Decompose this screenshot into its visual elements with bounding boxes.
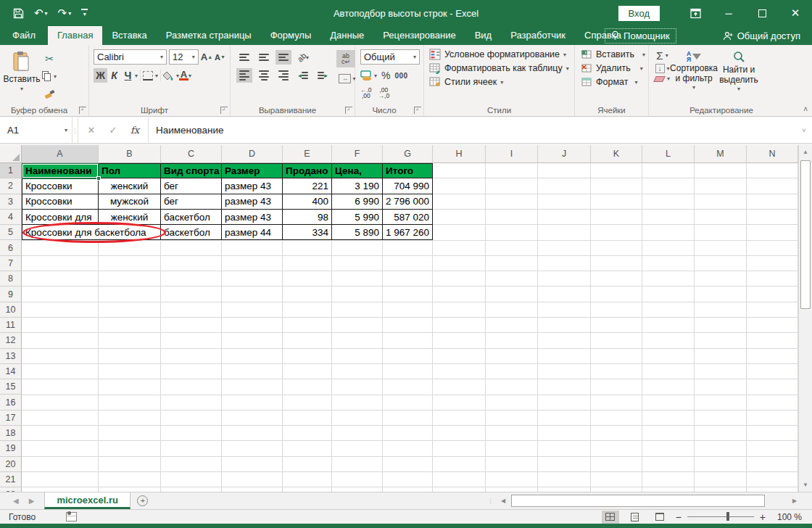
- formula-bar-expand-icon[interactable]: ˅: [796, 117, 812, 143]
- cell-C3[interactable]: бег: [160, 194, 222, 210]
- cell-D5[interactable]: размер 44: [221, 224, 283, 240]
- cell-D1[interactable]: Размер: [221, 163, 283, 178]
- clear-button[interactable]: ▾: [655, 75, 670, 82]
- autosum-button[interactable]: Σ▾: [655, 49, 670, 62]
- ribbon-display-options-icon[interactable]: [679, 0, 712, 26]
- row-header-11[interactable]: 11: [0, 318, 22, 333]
- increase-indent-button[interactable]: ▸: [315, 68, 331, 83]
- vertical-scrollbar[interactable]: ▲ ▼: [798, 145, 812, 492]
- insert-cells-button[interactable]: Вставить▾: [581, 49, 647, 60]
- tab-page-layout[interactable]: Разметка страницы: [157, 26, 261, 45]
- bold-button[interactable]: Ж: [94, 68, 107, 83]
- column-header-J[interactable]: J: [538, 145, 591, 163]
- fill-color-button[interactable]: ▾: [163, 70, 179, 81]
- undo-caret-icon[interactable]: ▾: [45, 10, 48, 17]
- cell-styles-button[interactable]: Стили ячеек▾: [429, 76, 573, 88]
- font-size-combo[interactable]: 12▾: [169, 49, 199, 65]
- tab-home[interactable]: Главная: [48, 26, 102, 45]
- accounting-format-button[interactable]: ▾: [360, 70, 377, 81]
- percent-style-button[interactable]: %: [381, 70, 390, 81]
- cell-B3[interactable]: мужской: [98, 194, 161, 210]
- redo-caret-icon[interactable]: ▾: [68, 10, 71, 17]
- conditional-formatting-button[interactable]: Условное форматирование▾: [429, 49, 573, 60]
- share-button[interactable]: Общий доступ: [723, 30, 800, 41]
- cell-B1[interactable]: Пол: [98, 163, 161, 178]
- column-header-A[interactable]: A: [22, 145, 99, 163]
- zoom-out-button[interactable]: −: [676, 512, 682, 522]
- increase-decimal-button[interactable]: ←.0,00: [360, 87, 372, 99]
- row-header-1[interactable]: 1: [0, 163, 22, 178]
- tab-developer[interactable]: Разработчик: [501, 26, 575, 45]
- cell-A5[interactable]: Кроссовки для баскетбола: [22, 224, 161, 240]
- align-left-button[interactable]: [236, 68, 252, 83]
- comma-style-button[interactable]: 000: [394, 72, 407, 80]
- row-header-10[interactable]: 10: [0, 302, 22, 318]
- cell-E4[interactable]: 98: [282, 209, 332, 225]
- cell-A4[interactable]: Кроссовки для: [22, 209, 99, 225]
- horizontal-scrollbar[interactable]: ◀ ▶: [497, 492, 801, 509]
- formula-input[interactable]: Наименование: [149, 117, 796, 143]
- row-header-13[interactable]: 13: [0, 349, 22, 364]
- font-name-combo[interactable]: Calibri▾: [94, 49, 167, 65]
- redo-button[interactable]: ↷▾: [58, 7, 72, 20]
- row-header-20[interactable]: 20: [0, 457, 22, 472]
- increase-font-size-button[interactable]: A▲: [201, 51, 212, 62]
- wrap-text-button[interactable]: abc↵: [336, 50, 355, 67]
- cell-C1[interactable]: Вид спорта: [160, 163, 222, 178]
- cell-C2[interactable]: бег: [160, 178, 222, 194]
- cell-G4[interactable]: 587 020: [382, 209, 433, 225]
- format-cells-button[interactable]: Формат▾: [581, 76, 647, 88]
- sheet-tab-microexcel[interactable]: microexcel.ru: [44, 492, 130, 509]
- format-as-table-button[interactable]: Форматировать как таблицу▾: [429, 62, 573, 74]
- cancel-icon[interactable]: ✕: [81, 120, 102, 141]
- delete-cells-button[interactable]: Удалить▾: [581, 62, 647, 74]
- new-sheet-button[interactable]: +: [130, 492, 155, 509]
- column-header-L[interactable]: L: [642, 145, 695, 163]
- grid-body[interactable]: НаименованиПолВид спортаРазмерПроданоЦен…: [22, 163, 798, 492]
- borders-button[interactable]: ▾: [143, 71, 158, 81]
- tab-view[interactable]: Вид: [465, 26, 502, 45]
- row-header-15[interactable]: 15: [0, 379, 22, 395]
- cell-E2[interactable]: 221: [282, 178, 332, 194]
- number-format-combo[interactable]: Общий▾: [360, 49, 420, 65]
- cell-A3[interactable]: Кроссовки: [22, 194, 99, 210]
- enter-icon[interactable]: ✓: [103, 120, 123, 141]
- cell-F5[interactable]: 5 890: [331, 224, 383, 240]
- column-header-F[interactable]: F: [332, 145, 383, 163]
- fill-button[interactable]: ↓▾: [655, 64, 670, 73]
- clipboard-dialog-launcher[interactable]: [79, 107, 86, 114]
- column-header-K[interactable]: K: [591, 145, 642, 163]
- zoom-slider[interactable]: [687, 516, 754, 517]
- normal-view-button[interactable]: [602, 511, 619, 524]
- row-header-17[interactable]: 17: [0, 411, 22, 426]
- cell-D4[interactable]: размер 43: [221, 209, 283, 225]
- cell-D2[interactable]: размер 43: [221, 178, 283, 194]
- cell-E3[interactable]: 400: [282, 194, 332, 210]
- copy-button[interactable]: ▾: [42, 70, 57, 83]
- cell-F3[interactable]: 6 990: [331, 194, 383, 210]
- cell-B4[interactable]: женский: [98, 209, 161, 225]
- macro-record-icon[interactable]: [66, 512, 77, 521]
- row-header-9[interactable]: 9: [0, 286, 22, 302]
- row-header-14[interactable]: 14: [0, 364, 22, 379]
- underline-caret-icon[interactable]: ▾: [135, 73, 138, 79]
- paste-button[interactable]: Вставить ▾: [1, 48, 42, 103]
- cell-A2[interactable]: Кроссовки: [22, 178, 99, 194]
- cell-F4[interactable]: 5 990: [331, 209, 383, 225]
- scroll-up-icon[interactable]: ▲: [799, 145, 812, 159]
- tab-data[interactable]: Данные: [320, 26, 373, 45]
- prev-sheet-icon[interactable]: ◀: [13, 497, 19, 505]
- cell-A1[interactable]: Наименовани: [22, 163, 99, 178]
- decrease-decimal-button[interactable]: ,00→,0: [378, 87, 390, 99]
- assistant-button[interactable]: Помощник: [605, 28, 676, 44]
- row-header-16[interactable]: 16: [0, 395, 22, 410]
- column-header-I[interactable]: I: [486, 145, 538, 163]
- column-header-D[interactable]: D: [222, 145, 283, 163]
- cell-E1[interactable]: Продано: [282, 163, 332, 178]
- font-color-caret-icon[interactable]: ▾: [188, 73, 191, 79]
- row-header-7[interactable]: 7: [0, 256, 22, 271]
- scroll-right-icon[interactable]: ▶: [788, 494, 801, 508]
- align-top-button[interactable]: [236, 50, 252, 65]
- cell-G1[interactable]: Итого: [382, 163, 433, 178]
- row-header-8[interactable]: 8: [0, 271, 22, 286]
